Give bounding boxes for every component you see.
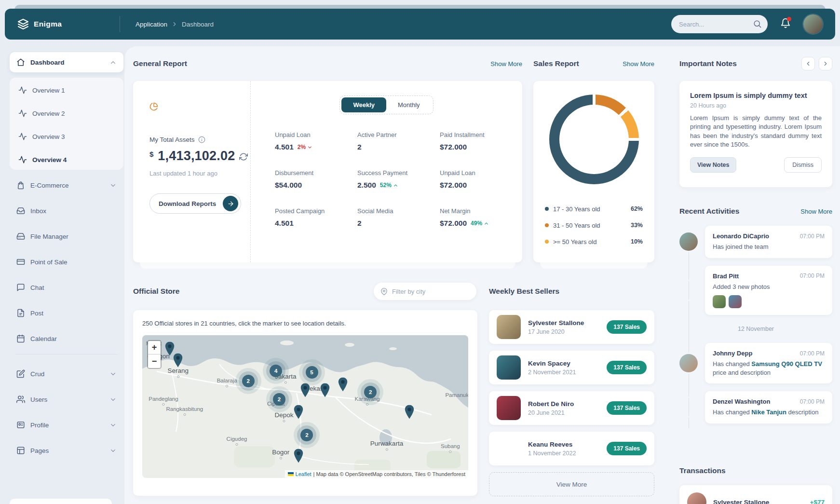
store-map[interactable]: + − Merak Cilegon Serang Balaraja Jakart… bbox=[142, 335, 468, 478]
map-cluster-marker[interactable]: 5 bbox=[306, 366, 318, 379]
sidebar-subitem[interactable]: Overview 2 bbox=[12, 103, 122, 123]
important-notes-title: Important Notes bbox=[679, 59, 737, 68]
sidebar-item-icon bbox=[16, 283, 25, 292]
topbar-divider bbox=[120, 16, 120, 32]
sales-badge: 137 Sales bbox=[607, 320, 647, 334]
sidebar-scroll-panel bbox=[10, 499, 112, 504]
sidebar-item-icon bbox=[16, 334, 25, 343]
sidebar-item[interactable]: Users bbox=[10, 389, 123, 409]
best-seller-card[interactable]: Keanu Reeves 1 November 2022 137 Sales bbox=[489, 432, 654, 465]
sidebar-item-icon bbox=[16, 309, 25, 317]
sidebar-item-icon bbox=[16, 206, 25, 215]
photo-thumb[interactable] bbox=[729, 295, 742, 308]
best-seller-card[interactable]: Robert De Niro 20 June 2021 137 Sales bbox=[489, 391, 654, 425]
map-city-label: Subang bbox=[441, 443, 460, 453]
activity-card[interactable]: Leonardo DiCaprio 07:00 PM Has joined th… bbox=[705, 226, 832, 258]
toggle-monthly[interactable]: Monthly bbox=[386, 97, 432, 112]
sidebar-item[interactable]: E-Commerce bbox=[10, 175, 123, 195]
notes-next-button[interactable] bbox=[819, 57, 832, 70]
map-pin-marker[interactable] bbox=[319, 383, 331, 398]
sidebar-item[interactable]: File Manager bbox=[10, 226, 123, 246]
map-cluster-marker[interactable]: 2 bbox=[364, 386, 377, 398]
leaflet-link[interactable]: Leaflet bbox=[296, 471, 312, 477]
trend-badge[interactable]: 49% bbox=[471, 220, 489, 227]
transaction-row[interactable]: Sylvester Stallone +$77 bbox=[679, 485, 832, 504]
map-pin-marker[interactable] bbox=[337, 378, 349, 392]
map-cluster-marker[interactable]: 2 bbox=[300, 429, 313, 441]
activity-card[interactable]: Denzel Washington 07:00 PM Has changed N… bbox=[705, 391, 832, 423]
trend-badge[interactable]: 2% bbox=[298, 144, 312, 150]
map-pin-marker[interactable] bbox=[293, 449, 304, 463]
notifications-button[interactable] bbox=[780, 18, 791, 30]
map-cluster-marker[interactable]: 4 bbox=[270, 365, 282, 377]
photo-thumb[interactable] bbox=[745, 295, 758, 308]
filter-city-input[interactable] bbox=[392, 288, 477, 295]
sidebar-item[interactable]: Calendar bbox=[10, 328, 123, 349]
activity-card[interactable]: Johnny Depp 07:00 PM Has changed Samsung… bbox=[705, 343, 832, 383]
breadcrumb-application[interactable]: Application bbox=[135, 21, 167, 28]
activity-card[interactable]: Brad Pitt 07:00 PM Added 3 new photos bbox=[705, 266, 832, 315]
sales-report-show-more[interactable]: Show More bbox=[623, 60, 654, 68]
notification-badge bbox=[787, 17, 791, 21]
sidebar-item[interactable]: Post bbox=[10, 303, 123, 323]
refresh-icon[interactable] bbox=[239, 152, 248, 161]
chevron-right-icon bbox=[171, 21, 178, 27]
avatar[interactable] bbox=[679, 232, 698, 251]
view-more-button[interactable]: View More bbox=[489, 472, 654, 496]
map-pin-marker[interactable] bbox=[172, 354, 184, 368]
map-pin-marker[interactable] bbox=[299, 383, 311, 398]
trend-badge[interactable]: 52% bbox=[380, 182, 398, 189]
map-cluster-marker[interactable]: 2 bbox=[273, 393, 285, 406]
zoom-in-button[interactable]: + bbox=[148, 341, 161, 354]
view-notes-button[interactable]: View Notes bbox=[690, 157, 736, 173]
avatar[interactable] bbox=[679, 281, 698, 300]
zoom-out-button[interactable]: − bbox=[148, 354, 161, 368]
activities-show-more[interactable]: Show More bbox=[800, 208, 832, 215]
map-pin-marker[interactable] bbox=[293, 405, 304, 419]
sidebar-item[interactable]: Pages bbox=[10, 440, 123, 461]
sidebar-item-icon bbox=[16, 181, 25, 190]
sidebar-item[interactable]: Inbox bbox=[10, 201, 123, 221]
layers-logo-icon bbox=[17, 18, 29, 30]
info-icon[interactable] bbox=[198, 136, 205, 143]
general-report-card: My Total Assets $ 1,413,102.02 Last upda… bbox=[133, 81, 522, 262]
chevron-up-icon bbox=[109, 59, 117, 66]
breadcrumb-dashboard[interactable]: Dashboard bbox=[182, 21, 214, 28]
avatar[interactable] bbox=[679, 354, 698, 372]
sidebar-item-dashboard[interactable]: Dashboard bbox=[10, 52, 123, 72]
best-seller-card[interactable]: Sylvester Stallone 17 June 2020 137 Sale… bbox=[489, 310, 654, 344]
toggle-weekly[interactable]: Weekly bbox=[341, 97, 386, 112]
dismiss-button[interactable]: Dismiss bbox=[784, 157, 822, 173]
sidebar-item[interactable]: Crud bbox=[10, 364, 123, 384]
sidebar-item[interactable]: Point of Sale bbox=[10, 252, 123, 272]
download-reports-button[interactable]: Download Reports bbox=[149, 193, 241, 214]
map-city-label: Rangkasbitung bbox=[166, 406, 203, 416]
sidebar-subitem[interactable]: Overview 3 bbox=[12, 126, 122, 147]
sidebar-subitem[interactable]: Overview 1 bbox=[12, 80, 122, 100]
brand[interactable]: Enigma bbox=[17, 18, 120, 30]
sidebar-subitem[interactable]: Overview 4 bbox=[12, 150, 122, 170]
avatar[interactable] bbox=[679, 398, 698, 416]
total-assets-label: My Total Assets bbox=[149, 136, 195, 143]
sidebar-item[interactable]: Profile bbox=[10, 415, 123, 435]
sales-badge: 137 Sales bbox=[607, 361, 647, 374]
chevron-down-icon bbox=[109, 370, 117, 378]
map-cluster-marker[interactable]: 2 bbox=[242, 375, 255, 387]
photo-thumb[interactable] bbox=[713, 295, 726, 308]
sales-badge: 137 Sales bbox=[607, 401, 647, 415]
age-donut-chart[interactable] bbox=[549, 95, 639, 184]
total-assets-value: 1,413,102.02 bbox=[158, 149, 235, 163]
notes-prev-button[interactable] bbox=[801, 57, 815, 70]
filter-by-city-box bbox=[374, 283, 476, 300]
transaction-name: Sylvester Stallone bbox=[713, 499, 803, 504]
general-report-show-more[interactable]: Show More bbox=[490, 60, 522, 68]
sidebar-item[interactable]: Chat bbox=[10, 277, 123, 298]
timeline-date-divider: 12 November bbox=[679, 326, 832, 332]
activity-item: Denzel Washington 07:00 PM Has changed N… bbox=[679, 391, 832, 423]
map-city-label: Pandeglang bbox=[149, 396, 178, 406]
map-pin-marker[interactable] bbox=[404, 405, 415, 419]
search-icon[interactable] bbox=[753, 19, 762, 28]
legend-item: 31 - 50 Years old 33% bbox=[545, 217, 643, 233]
best-seller-card[interactable]: Kevin Spacey 2 November 2021 137 Sales bbox=[489, 351, 654, 384]
user-avatar[interactable] bbox=[803, 14, 823, 34]
